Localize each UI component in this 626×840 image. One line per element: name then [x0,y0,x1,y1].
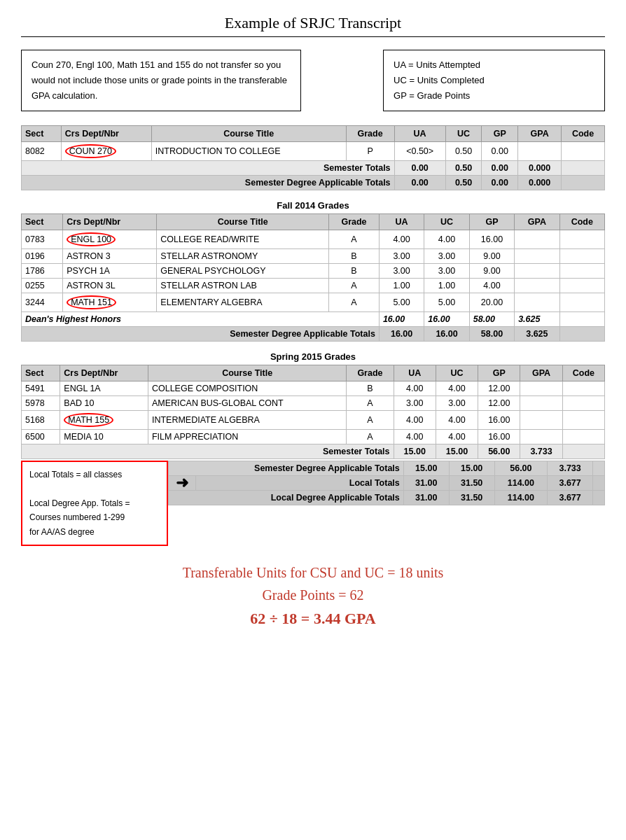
deg-totals-ua: 16.00 [379,327,424,342]
col-title: Course Title [151,126,346,142]
transferable-line3: 62 ÷ 18 = 3.44 GPA [21,606,605,631]
gpa-cell [520,396,562,411]
totals-gpa: 3.733 [520,444,562,459]
title-cell: COLLEGE COMPOSITION [148,382,346,396]
sect-cell: 8082 [22,142,62,161]
semester2-table: Sect Crs Dept/Nbr Course Title Grade UA … [21,214,605,342]
col-title: Course Title [148,365,346,382]
ua-cell: 4.00 [394,382,436,396]
legend-gp: GP = Grade Points [394,88,594,104]
gpa-cell [515,293,559,312]
ua-cell: 4.00 [394,411,436,430]
col-code: Code [562,365,604,382]
code-cell [562,396,604,411]
gp-cell: 4.00 [469,279,514,293]
gp-cell: 16.00 [478,411,520,430]
deg-totals-gp: 0.00 [482,176,518,190]
uc-cell: 3.00 [424,249,469,264]
uc-cell: 0.50 [445,142,482,161]
local-totals-box: Local Totals = all classes Local Degree … [21,461,168,546]
totals-ua: 15.00 [394,444,436,459]
code-cell [562,411,604,430]
semester-deg-totals-row: Semester Degree Applicable Totals 0.00 0… [22,176,605,190]
crs-cell: COUN 270 [61,142,151,161]
semester-totals-row: Semester Totals 0.00 0.50 0.00 0.000 [22,161,605,176]
ua-cell: 3.00 [394,396,436,411]
grade-cell: A [329,230,380,249]
col-sect: Sect [22,365,60,382]
title-cell: GENERAL PSYCHOLOGY [157,264,329,279]
ua-cell: 5.00 [379,293,424,312]
bottom-totals-table: Semester Degree Applicable Totals 15.00 … [168,461,605,505]
title-cell: COLLEGE READ/WRITE [157,230,329,249]
sect-cell: 3244 [22,293,63,312]
legend-ua: UA = Units Attempted [394,57,594,73]
local-totals-label: Local Totals [196,476,404,491]
totals-uc: 15.00 [436,444,478,459]
uc-cell: 1.00 [424,279,469,293]
col-grade: Grade [346,126,394,142]
semester1-table: Sect Crs Dept/Nbr Course Title Grade UA … [21,125,605,190]
table-row: 1786 PSYCH 1A GENERAL PSYCHOLOGY B 3.00 … [22,264,605,279]
uc-cell: 4.00 [436,382,478,396]
local-totals-gpa: 3.677 [548,476,593,491]
table-row: 5491 ENGL 1A COLLEGE COMPOSITION B 4.00 … [22,382,605,396]
deans-totals-uc: 16.00 [424,312,469,327]
local-deg-totals-uc: 31.50 [449,491,494,505]
table-row: 0255 ASTRON 3L STELLAR ASTRON LAB A 1.00… [22,279,605,293]
ua-cell: 3.00 [379,249,424,264]
grade-cell: P [346,142,394,161]
totals-code [562,444,604,459]
gp-cell: 16.00 [469,230,514,249]
crs-cell: MATH 151 [63,293,157,312]
gpa-cell [520,382,562,396]
col-title: Course Title [157,214,329,230]
title-cell: STELLAR ASTRONOMY [157,249,329,264]
totals-gp: 0.00 [482,161,518,176]
sect-cell: 5168 [22,411,60,430]
local-totals-line4: for AA/AS degree [29,525,160,539]
crs-cell: MATH 155 [60,411,148,430]
code-cell [559,264,604,279]
table-row: 0783 ENGL 100 COLLEGE READ/WRITE A 4.00 … [22,230,605,249]
totals-gp: 56.00 [478,444,520,459]
semester3-totals-row: Semester Totals 15.00 15.00 56.00 3.733 [22,444,605,459]
deans-totals-ua: 16.00 [379,312,424,327]
deg-totals-gpa: 3.733 [548,461,593,476]
uc-cell: 4.00 [424,230,469,249]
local-deg-totals-ua: 31.00 [403,491,449,505]
gpa-cell [520,411,562,430]
local-totals-line3: Courses numbered 1-299 [29,510,160,524]
circled-course: COUN 270 [65,144,116,158]
gpa-cell [515,230,559,249]
crs-cell: ASTRON 3 [63,249,157,264]
legend-uc: UC = Units Completed [394,73,594,88]
gp-cell: 0.00 [482,142,518,161]
non-transfer-note: Coun 270, Engl 100, Math 151 and 155 do … [21,50,301,111]
title-cell: STELLAR ASTRON LAB [157,279,329,293]
bottom-table-wrap: Semester Degree Applicable Totals 15.00 … [168,461,605,507]
deg-totals-ua: 0.00 [394,176,445,190]
deg-totals-uc: 16.00 [424,327,469,342]
table-row: 5168 MATH 155 INTERMEDIATE ALGEBRA A 4.0… [22,411,605,430]
gpa-cell [518,142,562,161]
table-row: 0196 ASTRON 3 STELLAR ASTRONOMY B 3.00 3… [22,249,605,264]
local-totals-line1: Local Totals = all classes [29,468,160,482]
gpa-cell [515,249,559,264]
gp-cell: 12.00 [478,382,520,396]
local-totals-uc: 31.50 [449,476,494,491]
deans-code [559,312,604,327]
deg-totals-gp: 58.00 [469,327,514,342]
col-crs: Crs Dept/Nbr [60,365,148,382]
col-gpa: GPA [518,126,562,142]
sect-cell: 5491 [22,382,60,396]
crs-cell: MEDIA 10 [60,430,148,444]
local-code [593,476,605,491]
grade-cell: B [347,382,394,396]
bottom-section: Local Totals = all classes Local Degree … [21,461,605,546]
title-cell: INTRODUCTION TO COLLEGE [151,142,346,161]
gpa-cell [520,430,562,444]
circled-course: MATH 151 [67,295,116,309]
crs-cell: ENGL 100 [63,230,157,249]
deans-totals-gpa: 3.625 [515,312,559,327]
